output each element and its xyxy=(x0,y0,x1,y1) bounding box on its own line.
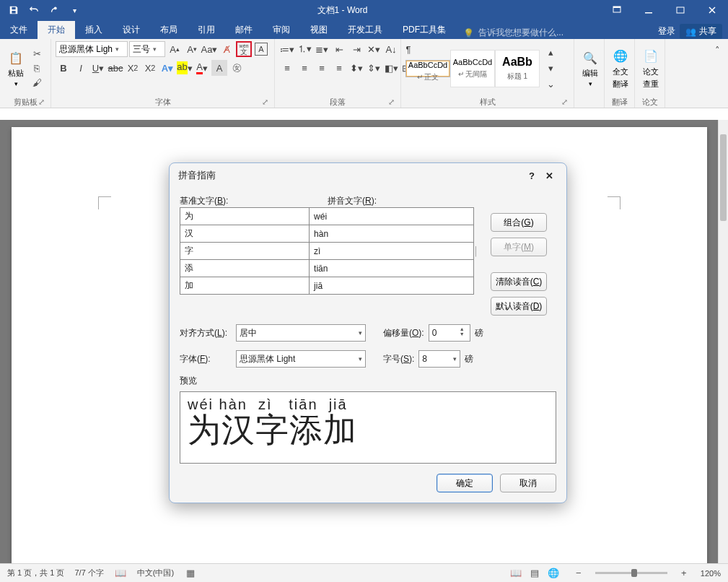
align-left-icon[interactable]: ≡ xyxy=(279,60,295,76)
cut-icon[interactable]: ✂ xyxy=(30,48,43,61)
font-name-combo[interactable]: 思源黑体 Ligh▾ xyxy=(56,41,128,57)
paragraph-launcher[interactable]: ⤢ xyxy=(386,97,396,107)
combine-button[interactable]: 组合(G) xyxy=(491,213,547,232)
scrollbar-thumb[interactable] xyxy=(720,134,727,221)
grid-scrollbar[interactable]: │ xyxy=(473,207,478,295)
ruby-cell[interactable]: wéi xyxy=(310,208,474,225)
multilevel-icon[interactable]: ≣▾ xyxy=(314,41,330,57)
find-button[interactable]: 🔍编辑▾ xyxy=(579,48,602,89)
italic-button[interactable]: I xyxy=(73,60,89,76)
save-button[interactable] xyxy=(4,1,23,19)
underline-button[interactable]: U▾ xyxy=(90,60,106,76)
align-center-icon[interactable]: ≡ xyxy=(297,60,312,76)
font-launcher[interactable]: ⤢ xyxy=(260,97,270,107)
subscript-button[interactable]: X2 xyxy=(125,60,141,76)
thesis-button[interactable]: 📄论文查重 xyxy=(639,46,662,91)
tab-review[interactable]: 审阅 xyxy=(263,21,300,39)
base-cell[interactable]: 添 xyxy=(180,260,310,277)
read-mode-icon[interactable]: 📖 xyxy=(507,567,525,580)
default-reading-button[interactable]: 默认读音(D) xyxy=(491,297,547,316)
text-effects-icon[interactable]: A▾ xyxy=(159,60,175,76)
language-indicator[interactable]: 中文(中国) xyxy=(137,568,174,578)
enclose-char-icon[interactable]: ㊛ xyxy=(229,60,245,76)
dialog-help-button[interactable]: ? xyxy=(523,170,540,181)
minimize-button[interactable] xyxy=(633,0,665,20)
offset-spinner[interactable]: 0▲▼ xyxy=(429,324,470,342)
zoom-handle[interactable] xyxy=(631,569,637,577)
tab-references[interactable]: 引用 xyxy=(188,21,225,39)
web-layout-icon[interactable]: 🌐 xyxy=(545,567,562,580)
zoom-out-button[interactable]: − xyxy=(572,567,585,580)
print-layout-icon[interactable]: ▤ xyxy=(526,567,543,580)
font-color-icon[interactable]: A▾ xyxy=(194,60,210,76)
tab-view[interactable]: 视图 xyxy=(300,21,338,39)
font-size-combo[interactable]: 三号▾ xyxy=(129,41,165,57)
align-right-icon[interactable]: ≡ xyxy=(314,60,330,76)
share-button[interactable]: 👥 共享 xyxy=(680,24,722,39)
style-normal[interactable]: AaBbCcDd↵ 正文 xyxy=(405,60,450,77)
ruby-cell[interactable]: jiā xyxy=(310,277,474,295)
style-heading1[interactable]: AaBb标题 1 xyxy=(495,50,540,87)
strike-button[interactable]: abc xyxy=(108,60,123,76)
phonetic-guide-button[interactable]: wén文 xyxy=(236,41,252,57)
ruby-cell[interactable]: hàn xyxy=(310,225,474,243)
base-cell[interactable]: 为 xyxy=(180,208,310,225)
shrink-font-icon[interactable]: A▾ xyxy=(184,41,200,57)
page-indicator[interactable]: 第 1 页，共 1 页 xyxy=(7,568,64,578)
styles-more-icon[interactable]: ⌄ xyxy=(543,77,558,92)
shading-icon[interactable]: ◧▾ xyxy=(383,60,399,76)
ok-button[interactable]: 确定 xyxy=(437,474,493,492)
word-count[interactable]: 7/7 个字 xyxy=(74,568,103,578)
signin-link[interactable]: 登录 xyxy=(658,25,675,38)
tab-file[interactable]: 文件 xyxy=(0,21,38,39)
ruby-cell[interactable]: tiān xyxy=(310,260,474,277)
dialog-close-button[interactable]: ✕ xyxy=(540,170,558,181)
tab-mailings[interactable]: 邮件 xyxy=(225,21,263,39)
ruby-size-select[interactable]: 8▾ xyxy=(418,350,460,368)
base-cell[interactable]: 字 xyxy=(180,243,310,260)
highlight-icon[interactable]: ab▾ xyxy=(177,60,193,76)
clipboard-launcher[interactable]: ⤢ xyxy=(36,97,46,107)
change-case-icon[interactable]: Aa▾ xyxy=(201,41,217,57)
styles-launcher[interactable]: ⤢ xyxy=(559,97,569,107)
maximize-button[interactable] xyxy=(665,0,696,20)
grow-font-icon[interactable]: A▴ xyxy=(167,41,183,57)
increase-indent-icon[interactable]: ⇥ xyxy=(348,41,364,57)
cancel-button[interactable]: 取消 xyxy=(500,474,556,492)
clear-format-icon[interactable]: A̸ xyxy=(219,41,234,57)
base-cell[interactable]: 汉 xyxy=(180,225,310,243)
asian-layout-icon[interactable]: ✕▾ xyxy=(366,41,382,57)
tab-insert[interactable]: 插入 xyxy=(75,21,113,39)
numbering-icon[interactable]: ⒈▾ xyxy=(297,41,312,57)
bullets-icon[interactable]: ≔▾ xyxy=(279,41,295,57)
zoom-in-button[interactable]: + xyxy=(677,567,690,580)
clear-reading-button[interactable]: 清除读音(C) xyxy=(491,272,547,291)
tab-design[interactable]: 设计 xyxy=(113,21,150,39)
justify-icon[interactable]: ≡ xyxy=(331,60,347,76)
distribute-icon[interactable]: ⬍▾ xyxy=(348,60,364,76)
format-painter-icon[interactable]: 🖌 xyxy=(30,77,43,90)
copy-icon[interactable]: ⎘ xyxy=(30,62,43,75)
tab-layout[interactable]: 布局 xyxy=(150,21,188,39)
macro-icon[interactable]: ▦ xyxy=(184,567,197,580)
alignment-select[interactable]: 居中▾ xyxy=(236,324,366,342)
qat-customize-button[interactable]: ▾ xyxy=(65,1,84,19)
styles-down-icon[interactable]: ▾ xyxy=(543,61,558,77)
base-cell[interactable]: 加 xyxy=(180,277,310,295)
line-spacing-icon[interactable]: ⇕▾ xyxy=(366,60,382,76)
zoom-slider[interactable] xyxy=(595,572,667,574)
decrease-indent-icon[interactable]: ⇤ xyxy=(331,41,347,57)
bold-button[interactable]: B xyxy=(56,60,71,76)
style-no-spacing[interactable]: AaBbCcDd↵ 无间隔 xyxy=(450,50,495,87)
tab-developer[interactable]: 开发工具 xyxy=(338,21,392,39)
spelling-icon[interactable]: 📖 xyxy=(114,567,127,580)
styles-up-icon[interactable]: ▴ xyxy=(543,45,558,61)
tell-me-search[interactable]: 💡 告诉我您想要做什么... xyxy=(456,27,658,39)
collapse-ribbon-icon[interactable]: ˄ xyxy=(709,42,725,58)
char-border-icon[interactable]: A xyxy=(253,41,269,57)
ruby-font-select[interactable]: 思源黑体 Light▾ xyxy=(236,350,366,368)
tab-home[interactable]: 开始 xyxy=(38,21,75,39)
zoom-level[interactable]: 120% xyxy=(701,569,721,578)
undo-button[interactable] xyxy=(25,1,43,19)
sort-icon[interactable]: A↓ xyxy=(383,41,399,57)
